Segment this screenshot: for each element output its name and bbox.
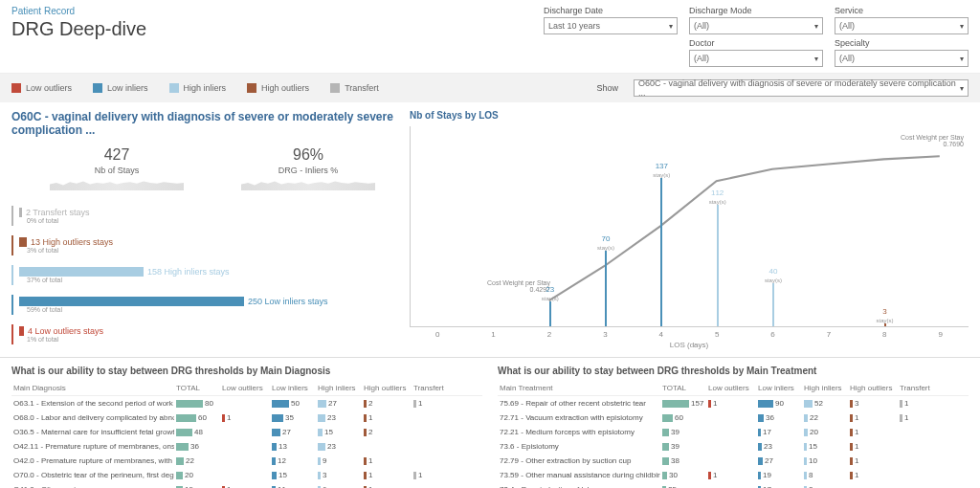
table-row[interactable]: 73.59 - Other manual assistance during c… — [498, 468, 969, 482]
cell-li: 23 — [756, 442, 802, 451]
table-row[interactable]: O42.11 - Premature rupture of membranes,… — [11, 439, 482, 454]
row-name: O42.0 - Premature rupture of membranes, … — [11, 456, 174, 465]
cell-total: 20 — [174, 471, 220, 479]
table-row[interactable]: O70.0 - Obstetric tear of the perineum, … — [11, 468, 482, 482]
show-value: O60C - vaginal delivery with diagnosis o… — [638, 78, 960, 98]
legend-label: Low inliers — [107, 83, 148, 93]
chart-bar[interactable]: 70stay(s) — [578, 234, 634, 326]
cell-hi: 20 — [802, 428, 848, 436]
table-row[interactable]: 72.71 - Vacuum extraction with episiotom… — [498, 410, 969, 425]
table-row[interactable]: 73.4 - Drug induction of labor25178 — [498, 482, 969, 488]
cell-hi: 9 — [316, 456, 362, 465]
table-row[interactable]: O41.0 - Oligoamnios1911161 — [11, 482, 482, 488]
summary-bar-sub: 1% of total — [27, 336, 394, 343]
cell-tr: 1 — [898, 413, 940, 422]
cell-ho: 3 — [848, 399, 898, 408]
summary-bar-sub: 0% of total — [27, 217, 394, 224]
cell-total: 36 — [174, 442, 220, 451]
legend-item[interactable]: High inliers — [169, 83, 227, 93]
legend-item[interactable]: Low inliers — [93, 83, 148, 93]
chart-bar[interactable]: 23stay(s) — [523, 285, 578, 326]
filter-discharge_mode-select[interactable]: (All) — [689, 17, 823, 34]
cell-hi: 10 — [802, 456, 848, 465]
cell-ho: 1 — [848, 413, 898, 422]
row-name: 72.71 - Vacuum extraction with episiotom… — [498, 413, 660, 422]
cell-li: 50 — [270, 399, 316, 408]
table-row[interactable]: O36.5 - Maternal care for insufficient f… — [11, 425, 482, 439]
chart-bar[interactable]: 3stay(s) — [857, 307, 912, 326]
legend-swatch — [11, 83, 21, 93]
summary-bar-group: 158 High inliers stays 37% of total — [11, 265, 394, 285]
legend-label: High inliers — [184, 83, 227, 93]
show-select[interactable]: O60C - vaginal delivery with diagnosis o… — [634, 79, 969, 97]
table-row[interactable]: O63.1 - Extension of the second period o… — [11, 396, 482, 410]
chart-area[interactable]: Cost Weight per Stay 0.4297 Cost Weight … — [410, 126, 969, 327]
cell-li: 15 — [270, 471, 316, 479]
kpi-inliers-label: DRG - Inliers % — [241, 166, 375, 175]
summary-bar-group: 2 Transfert stays 0% of total — [11, 206, 394, 226]
legend-item[interactable]: Low outliers — [11, 83, 72, 93]
filter-discharge_date-label: Discharge Date — [544, 6, 678, 15]
filter-service-label: Service — [835, 6, 969, 15]
cell-lo: 1 — [220, 413, 270, 422]
summary-bar-sub: 59% of total — [27, 306, 394, 313]
table-header: Main TreatmentTOTALLow outliersLow inlie… — [498, 384, 969, 396]
row-name: O42.11 - Premature rupture of membranes,… — [11, 442, 174, 451]
legend-swatch — [247, 83, 256, 93]
summary-bar-sub: 3% of total — [27, 247, 394, 254]
table-row[interactable]: 73.6 - Episiotomy3923151 — [498, 439, 969, 454]
legend-item[interactable]: Transfert — [330, 83, 379, 93]
legend-item[interactable]: High outliers — [247, 83, 309, 93]
filter-discharge_date-select[interactable]: Last 10 years — [544, 17, 678, 34]
cell-ho: 1 — [848, 456, 898, 465]
cell-total: 157 — [660, 399, 706, 408]
filter-doctor-select[interactable]: (All) — [689, 50, 823, 67]
chart-bar[interactable]: 137stay(s) — [634, 162, 689, 326]
table-row[interactable]: 72.79 - Other extraction by suction cup3… — [498, 454, 969, 468]
cell-ho: 2 — [362, 428, 412, 436]
kpi-stays: 427 Nb of Stays — [50, 146, 184, 190]
table-header: Main DiagnosisTOTALLow outliersLow inlie… — [11, 384, 482, 396]
table-row[interactable]: 72.21 - Medium forceps with episiotomy39… — [498, 425, 969, 439]
row-name: 73.59 - Other manual assistance during c… — [498, 471, 660, 479]
breadcrumb[interactable]: Patient Record — [11, 6, 146, 16]
table-row[interactable]: 75.69 - Repair of other recent obstetric… — [498, 396, 969, 410]
summary-bar-label: 158 High inliers stays — [147, 267, 230, 277]
cell-total: 39 — [660, 428, 706, 436]
kpi-inliers: 96% DRG - Inliers % — [241, 146, 375, 190]
cell-hi: 22 — [802, 413, 848, 422]
legend-swatch — [93, 83, 102, 93]
row-name: 73.6 - Episiotomy — [498, 442, 660, 451]
table-row[interactable]: O68.0 - Labor and delivery complicated b… — [11, 410, 482, 425]
filter-doctor-label: Doctor — [689, 38, 823, 48]
cell-li: 27 — [756, 456, 802, 465]
kpi-inliers-value: 96% — [241, 146, 375, 164]
cell-ho: 1 — [848, 442, 898, 451]
row-name: 72.79 - Other extraction by suction cup — [498, 456, 660, 465]
chart-bar[interactable]: 112stay(s) — [689, 189, 745, 326]
x-axis-label: LOS (days) — [410, 341, 969, 349]
cell-ho: 1 — [362, 413, 412, 422]
cell-total: 39 — [660, 442, 706, 451]
row-name: O68.0 - Labor and delivery complicated b… — [11, 413, 174, 422]
chart-bar[interactable]: 40stay(s) — [746, 267, 801, 326]
cell-total: 60 — [660, 413, 706, 422]
sparkline — [50, 175, 184, 190]
legend-swatch — [169, 83, 179, 93]
filter-service-select[interactable]: (All) — [835, 17, 969, 34]
summary-bar — [19, 326, 24, 336]
filter-specialty-select[interactable]: (All) — [835, 50, 969, 67]
filter-discharge_mode-label: Discharge Mode — [689, 6, 823, 15]
cell-li: 35 — [270, 413, 316, 422]
sparkline — [241, 175, 375, 190]
cell-total: 30 — [660, 471, 706, 479]
kpi-stays-value: 427 — [50, 146, 184, 164]
cell-hi: 3 — [316, 471, 362, 479]
cell-li: 17 — [756, 428, 802, 436]
cell-li: 36 — [756, 413, 802, 422]
kpi-stays-label: Nb of Stays — [50, 166, 184, 175]
summary-bar-label: 4 Low outliers stays — [28, 326, 103, 336]
cell-total: 22 — [174, 456, 220, 465]
cell-hi: 27 — [316, 399, 362, 408]
table-row[interactable]: O42.0 - Premature rupture of membranes, … — [11, 454, 482, 468]
